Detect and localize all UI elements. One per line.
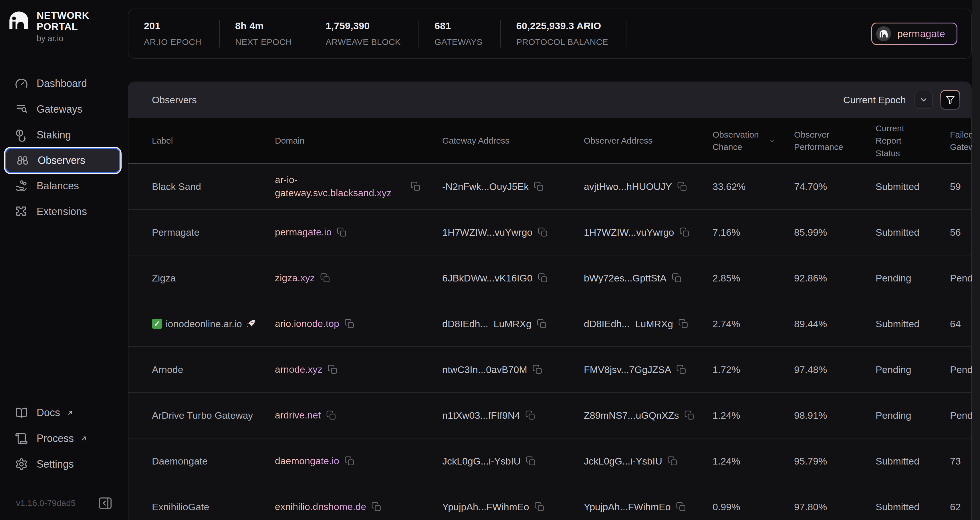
copy-icon[interactable] — [328, 364, 338, 375]
column-header-label[interactable]: Label — [152, 118, 275, 163]
table-row[interactable]: ✓ Zigza zigza.xyz 6JBkDWw...vK16IG0 bWy7… — [129, 255, 971, 301]
table-row[interactable]: ✓ ExnihilioGate exnihilio.dnshome.de Ypu… — [129, 484, 971, 520]
report-status: Submitted — [876, 318, 920, 329]
observer-performance: 98.91% — [794, 410, 827, 421]
column-header-observer-address[interactable]: Observer Address — [584, 118, 713, 163]
domain-link[interactable]: ar-io-gateway.svc.blacksand.xyz — [275, 173, 405, 200]
sidebar-item-settings[interactable]: Settings — [0, 452, 128, 477]
copy-icon[interactable] — [534, 181, 544, 192]
scroll-icon — [15, 432, 28, 445]
gateway-address: 6JBkDWw...vK16IG0 — [442, 273, 533, 284]
domain-link[interactable]: daemongate.io — [275, 455, 339, 468]
list-search-icon — [15, 103, 28, 116]
observation-chance: 1.72% — [713, 364, 740, 375]
report-status: Submitted — [876, 501, 920, 512]
gateway-address: -N2nFwk...OuyJ5Ek — [442, 181, 529, 192]
table-row[interactable]: ✓ ArDrive Turbo Gateway ardrive.net n1tX… — [129, 393, 971, 439]
domain-link[interactable]: permagate.io — [275, 226, 331, 239]
sidebar-item-label: Staking — [37, 129, 71, 141]
copy-icon[interactable] — [526, 456, 536, 466]
copy-icon[interactable] — [678, 319, 689, 329]
filter-funnel-icon — [945, 95, 955, 105]
copy-icon[interactable] — [676, 364, 687, 375]
domain-link[interactable]: arnode.xyz — [275, 363, 322, 376]
copy-icon[interactable] — [371, 502, 382, 512]
observer-label: Black Sand — [152, 181, 201, 192]
copy-icon[interactable] — [326, 410, 336, 420]
gateway-address: YpujpAh...FWihmEo — [442, 501, 529, 512]
filter-button[interactable] — [940, 90, 960, 110]
copy-icon[interactable] — [684, 410, 695, 420]
table-row[interactable]: ✓ ionodeonline.ar.io ario.ionode.top dD8… — [129, 301, 971, 347]
copy-icon[interactable] — [532, 364, 542, 375]
sidebar-item-observers[interactable]: Observers — [5, 148, 121, 173]
sidebar-footer: Docs Process Settings v1.16.0-79dad5 — [0, 400, 128, 520]
domain-link[interactable]: zigza.xyz — [275, 272, 315, 285]
table-row[interactable]: ✓ Black Sand ar-io-gateway.svc.blacksand… — [129, 164, 971, 210]
column-header-observer-performance[interactable]: Observer Performance — [794, 118, 876, 163]
stat-ario-epoch: 201 AR.IO EPOCH — [129, 20, 220, 48]
sidebar-item-extensions[interactable]: Extensions — [0, 199, 128, 224]
copy-icon[interactable] — [320, 273, 330, 283]
domain-link[interactable]: ario.ionode.top — [275, 317, 339, 330]
observation-chance: 33.62% — [713, 181, 745, 192]
collapse-sidebar-button[interactable] — [97, 495, 113, 511]
stat-value: 60,225,939.3 ARIO — [516, 20, 608, 32]
copy-icon[interactable] — [344, 319, 355, 329]
sidebar-item-process[interactable]: Process — [0, 426, 128, 452]
main-content: 201 AR.IO EPOCH 8h 4m NEXT EPOCH 1,759,3… — [128, 0, 972, 520]
observer-address: 1H7WZIW...vuYwrgo — [584, 227, 674, 238]
failed-gateways: 62 — [950, 501, 961, 512]
observation-chance: 1.24% — [713, 410, 740, 421]
sidebar-item-docs[interactable]: Docs — [0, 400, 128, 426]
observer-performance: 89.44% — [794, 318, 827, 329]
table-row[interactable]: ✓ Permagate permagate.io 1H7WZIW...vuYwr… — [129, 210, 971, 255]
table-row[interactable]: ✓ Daemongate daemongate.io JckL0gG...i-Y… — [129, 439, 971, 484]
column-header-observation-chance[interactable]: Observation Chance — [713, 118, 794, 163]
sidebar-item-balances[interactable]: Balances — [0, 173, 128, 199]
copy-icon[interactable] — [337, 227, 347, 237]
scrollbar-track[interactable] — [972, 0, 980, 520]
column-header-current-report-status[interactable]: Current Report Status — [876, 118, 950, 163]
wallet-profile-button[interactable]: permagate — [871, 22, 958, 45]
gateway-address: dD8IEdh..._LuMRXg — [442, 318, 531, 329]
copy-icon[interactable] — [410, 181, 421, 192]
report-status: Pending — [876, 273, 912, 284]
observation-chance: 7.16% — [713, 227, 740, 238]
copy-icon[interactable] — [676, 502, 686, 512]
copy-icon[interactable] — [671, 273, 682, 283]
copy-icon[interactable] — [525, 410, 536, 420]
sidebar: NETWORK PORTAL by ar.io Dashboard Gatewa… — [0, 0, 128, 520]
copy-icon[interactable] — [679, 227, 690, 237]
copy-icon[interactable] — [677, 181, 687, 192]
external-link-icon — [80, 435, 88, 442]
domain-link[interactable]: exnihilio.dnshome.de — [275, 500, 366, 514]
column-header-domain[interactable]: Domain — [275, 118, 442, 163]
observer-label: ionodeonline.ar.io — [165, 318, 242, 329]
column-header-gateway-address[interactable]: Gateway Address — [442, 118, 584, 163]
sidebar-item-staking[interactable]: Staking — [0, 122, 128, 148]
brand-byline: by ar.io — [37, 34, 89, 43]
stat-label: AR.IO EPOCH — [144, 37, 201, 47]
sidebar-item-dashboard[interactable]: Dashboard — [0, 71, 128, 96]
copy-icon[interactable] — [538, 273, 548, 283]
copy-icon[interactable] — [537, 319, 547, 329]
observation-chance: 2.74% — [713, 318, 740, 329]
domain-link[interactable]: ardrive.net — [275, 409, 321, 422]
sidebar-item-label: Gateways — [37, 103, 83, 115]
observer-address: Z89mNS7...uGQnXZs — [584, 410, 679, 421]
sidebar-item-label: Process — [37, 433, 74, 444]
copy-icon[interactable] — [344, 456, 355, 466]
copy-icon[interactable] — [538, 227, 548, 237]
epoch-dropdown-button[interactable] — [915, 91, 933, 109]
sidebar-item-gateways[interactable]: Gateways — [0, 96, 128, 122]
wallet-avatar — [876, 26, 891, 41]
observer-performance: 74.70% — [794, 181, 827, 192]
brand-title: NETWORK PORTAL — [37, 10, 89, 32]
copy-icon[interactable] — [535, 502, 545, 512]
table-row[interactable]: ✓ Arnode arnode.xyz ntwC3In...0avB70M FM… — [129, 347, 971, 393]
copy-icon[interactable] — [667, 456, 678, 466]
failed-gateways: 59 — [950, 181, 961, 192]
failed-gateways: Pending — [950, 364, 972, 375]
column-header-failed-gateways[interactable]: Failed Gateways — [950, 118, 972, 163]
